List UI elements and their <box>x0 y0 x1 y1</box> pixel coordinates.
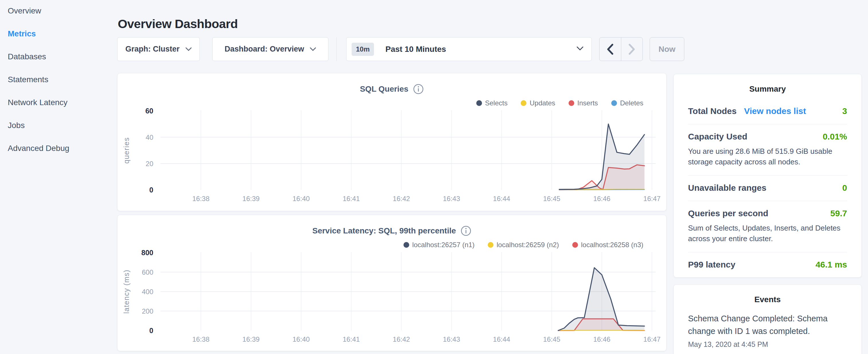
sidebar-item-statements[interactable]: Statements <box>8 75 49 84</box>
chevron-down-icon <box>185 47 192 51</box>
summary-heading: Summary <box>674 74 861 94</box>
summary-row-value: 59.7 <box>831 208 847 218</box>
svg-text:16:41: 16:41 <box>343 195 360 202</box>
svg-text:latency (ms): latency (ms) <box>122 269 130 314</box>
sidebar: Overview Metrics Databases Statements Ne… <box>0 0 115 354</box>
dashboard-dropdown-label: Dashboard: Overview <box>225 45 304 54</box>
svg-text:16:45: 16:45 <box>543 195 560 202</box>
summary-row-label: Capacity Used <box>688 132 747 141</box>
time-forward-button[interactable] <box>621 37 643 61</box>
graph-scope-dropdown-label: Graph: Cluster <box>125 45 179 54</box>
summary-row-subtext: You are using 28.6 MiB of 515.9 GiB usab… <box>688 146 847 167</box>
summary-row-p99-latency: P99 latency 46.1 ms <box>688 252 847 278</box>
summary-row-label: Unavailable ranges <box>688 183 766 193</box>
time-pager <box>599 37 643 61</box>
toolbar: Graph: Cluster Dashboard: Overview 10m P… <box>117 37 696 61</box>
svg-text:queries: queries <box>122 137 130 164</box>
summary-row-label: P99 latency <box>688 260 735 269</box>
svg-text:16:45: 16:45 <box>543 335 560 343</box>
svg-text:0: 0 <box>149 326 153 334</box>
svg-text:16:40: 16:40 <box>292 195 310 202</box>
summary-row-value: 3 <box>842 106 847 116</box>
time-range-badge: 10m <box>351 43 374 56</box>
page-title: Overview Dashboard <box>118 17 238 31</box>
summary-row-value: 0.01% <box>823 132 847 141</box>
svg-text:16:42: 16:42 <box>393 195 410 202</box>
svg-text:800: 800 <box>141 249 153 257</box>
sql-queries-card: SQL Queries SelectsUpdatesInsertsDeletes… <box>117 73 666 211</box>
svg-text:16:39: 16:39 <box>242 195 260 202</box>
app-root: Overview Metrics Databases Statements Ne… <box>0 0 868 354</box>
events-heading: Events <box>674 285 861 304</box>
svg-text:16:39: 16:39 <box>242 335 260 343</box>
svg-text:16:44: 16:44 <box>493 335 510 343</box>
svg-text:16:47: 16:47 <box>643 195 660 202</box>
time-back-button[interactable] <box>599 37 621 61</box>
summary-row-total-nodes: Total Nodes View nodes list 3 <box>688 99 847 124</box>
events-panel: Events Schema Change Completed: Schema c… <box>674 284 862 354</box>
svg-text:16:43: 16:43 <box>443 335 460 343</box>
svg-text:16:46: 16:46 <box>593 335 610 343</box>
summary-row-value: 0 <box>842 183 847 193</box>
summary-row-capacity-used: Capacity Used 0.01% You are using 28.6 M… <box>688 124 847 175</box>
time-range-selector[interactable]: 10m Past 10 Minutes <box>346 37 592 61</box>
event-message: Schema Change Completed: Schema change w… <box>688 312 847 337</box>
event-item[interactable]: Schema Change Completed: Schema change w… <box>688 312 847 349</box>
svg-text:16:38: 16:38 <box>192 195 210 202</box>
svg-text:60: 60 <box>145 107 153 115</box>
sidebar-item-network-latency[interactable]: Network Latency <box>8 98 68 107</box>
svg-text:16:42: 16:42 <box>393 335 410 343</box>
svg-text:20: 20 <box>146 160 153 167</box>
toolbar-divider <box>336 37 337 61</box>
sidebar-item-databases[interactable]: Databases <box>8 52 46 61</box>
sidebar-item-jobs[interactable]: Jobs <box>8 121 25 130</box>
time-range-label: Past 10 Minutes <box>385 45 446 54</box>
sidebar-item-advanced-debug[interactable]: Advanced Debug <box>8 144 69 153</box>
service-latency-chart[interactable]: 16:3816:3916:4016:4116:4216:4316:4416:45… <box>118 215 666 351</box>
sidebar-item-overview[interactable]: Overview <box>8 6 41 15</box>
summary-row-queries-per-second: Queries per second 59.7 Sum of Selects, … <box>688 201 847 252</box>
summary-row-label: Total Nodes <box>688 106 737 116</box>
svg-text:16:38: 16:38 <box>192 335 210 343</box>
summary-row-subtext: Sum of Selects, Updates, Inserts, and De… <box>688 223 847 244</box>
summary-panel: Summary Total Nodes View nodes list 3 Ca… <box>674 74 862 278</box>
sidebar-item-metrics[interactable]: Metrics <box>8 29 36 38</box>
svg-text:600: 600 <box>142 268 153 276</box>
summary-row-label: Queries per second <box>688 208 768 218</box>
chevron-down-icon <box>577 46 584 52</box>
now-button[interactable]: Now <box>650 37 684 61</box>
svg-text:200: 200 <box>142 307 153 315</box>
chevron-right-icon <box>628 43 636 55</box>
chevron-left-icon <box>607 43 614 55</box>
graph-scope-dropdown[interactable]: Graph: Cluster <box>117 37 200 61</box>
event-timestamp: May 13, 2020 at 4:45 PM <box>688 340 847 349</box>
svg-text:400: 400 <box>142 288 153 296</box>
svg-text:16:47: 16:47 <box>643 335 660 343</box>
svg-text:0: 0 <box>149 186 153 194</box>
sql-queries-chart[interactable]: 16:3816:3916:4016:4116:4216:4316:4416:45… <box>118 73 666 211</box>
svg-text:16:41: 16:41 <box>343 335 360 343</box>
svg-text:40: 40 <box>146 133 153 141</box>
svg-text:16:46: 16:46 <box>593 195 610 202</box>
view-nodes-list-link[interactable]: View nodes list <box>744 106 806 116</box>
dashboard-dropdown[interactable]: Dashboard: Overview <box>212 37 329 61</box>
summary-row-value: 46.1 ms <box>815 260 847 269</box>
svg-text:16:44: 16:44 <box>493 195 510 202</box>
service-latency-card: Service Latency: SQL, 99th percentile lo… <box>117 215 666 351</box>
svg-text:16:40: 16:40 <box>292 335 310 343</box>
svg-text:16:43: 16:43 <box>443 195 460 202</box>
chevron-down-icon <box>310 47 316 51</box>
summary-row-unavailable-ranges: Unavailable ranges 0 <box>688 175 847 201</box>
